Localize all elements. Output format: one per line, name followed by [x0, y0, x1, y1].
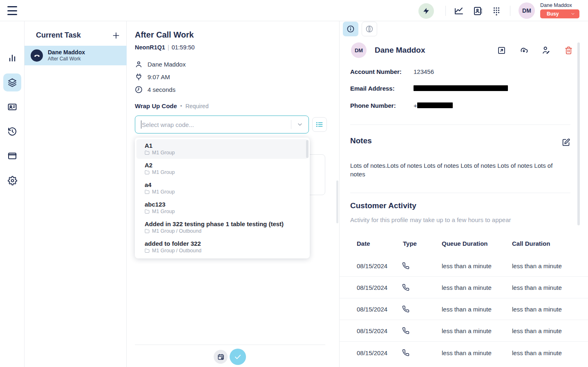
open-contact-button[interactable]: [497, 46, 506, 55]
footer-divider: [135, 345, 325, 345]
customer-activity-subtitle: Activity for this profile may take up to…: [350, 216, 511, 223]
notes-title: Notes: [350, 136, 372, 145]
dialpad-button[interactable]: [491, 6, 502, 16]
person-icon: [135, 60, 143, 68]
wrap-code-option[interactable]: a4 M1 Group: [136, 178, 308, 198]
bar-chart-icon: [8, 53, 17, 62]
layers-icon: [7, 78, 17, 87]
tab-contact-info[interactable]: [343, 22, 358, 36]
avatar-initials: DM: [355, 47, 363, 53]
dropdown-scrollbar[interactable]: [306, 140, 309, 158]
top-bar: DM Dane Maddox Busy: [0, 0, 588, 21]
column-header: Date: [357, 240, 370, 247]
delete-contact-button[interactable]: [564, 46, 573, 55]
task-detail-panel: After Call Work NeonR1Q1|01:59:50 Dane M…: [127, 21, 339, 367]
task-panel: Current Task Dane Maddox After Call Work: [25, 21, 127, 367]
info-icon: [347, 25, 355, 33]
wrap-up-code-label: Wrap Up Code: [135, 102, 177, 109]
status-label: Busy: [547, 11, 559, 17]
split-circle-icon: [365, 25, 373, 33]
plug-icon: [135, 73, 143, 81]
required-dot: •: [180, 103, 182, 109]
wrap-code-option[interactable]: Added in 322 testing phase 1 table testi…: [136, 218, 308, 237]
chevron-down-icon: [297, 121, 303, 128]
contacts-directory-button[interactable]: [472, 6, 483, 16]
wrap-code-list-button[interactable]: [312, 117, 327, 132]
rail-contacts-button[interactable]: [3, 98, 21, 116]
clock-icon: [135, 86, 143, 93]
table-row[interactable]: 08/15/2024 less than a minute less than …: [340, 320, 588, 342]
task-list-item[interactable]: Dane Maddox After Call Work: [25, 46, 127, 65]
wrap-code-option[interactable]: A2 M1 Group: [136, 159, 308, 178]
page-title: After Call Work: [135, 30, 194, 40]
rail-dashboard-button[interactable]: [3, 49, 21, 67]
phone-prefix: +: [414, 102, 417, 109]
calendar-clock-icon: [217, 354, 224, 360]
text-caret: [141, 120, 141, 129]
contact-panel: DM Dane Maddox Account Number: 123456 Em…: [339, 21, 588, 367]
stats-button[interactable]: [454, 6, 464, 16]
call-type-icon: [402, 327, 409, 334]
wrap-code-option[interactable]: abc123 M1 Group: [136, 198, 308, 218]
add-task-button[interactable]: [112, 31, 120, 40]
download-contact-button[interactable]: [519, 46, 528, 55]
required-label: Required: [186, 103, 209, 109]
folder-icon: [145, 229, 150, 234]
redacted-phone: [417, 102, 453, 108]
wrap-code-dropdown: A1 M1 Group A2 M1 Group a4 M1 Group abc1…: [135, 138, 310, 258]
line-chart-icon: [454, 6, 464, 16]
meta-agent: Dane Maddox: [135, 60, 186, 69]
rail-browser-button[interactable]: [3, 147, 21, 165]
table-row[interactable]: 08/15/2024 less than a minute less than …: [340, 277, 588, 298]
edit-notes-button[interactable]: [562, 138, 570, 147]
redacted-email: [414, 85, 508, 91]
contact-panel-scrollbar[interactable]: [577, 42, 580, 225]
dialpad-icon: [492, 7, 501, 16]
column-header: Queue Duration: [442, 240, 488, 247]
complete-task-button[interactable]: [230, 349, 246, 365]
wrap-code-option[interactable]: A1 M1 Group: [136, 139, 308, 159]
trash-icon: [564, 46, 573, 55]
wrap-code-input[interactable]: [142, 121, 291, 128]
person-edit-icon: [542, 46, 551, 55]
main-panel-scrollbar[interactable]: [336, 180, 338, 223]
select-chevron[interactable]: [291, 121, 309, 128]
lightning-icon: [423, 7, 430, 15]
wrap-code-option[interactable]: added to folder 322 M1 Group / Outbound: [136, 237, 308, 257]
rail-history-button[interactable]: [3, 122, 21, 140]
column-header: Type: [403, 240, 417, 247]
folder-icon: [145, 150, 150, 155]
chevron-down-icon: [570, 11, 575, 16]
meta-connected-time: 9:07 AM: [135, 72, 186, 81]
schedule-callback-button[interactable]: [214, 350, 228, 364]
external-link-icon: [497, 46, 506, 55]
edit-contact-button[interactable]: [542, 46, 551, 55]
rail-tasks-button[interactable]: [3, 73, 21, 91]
cloud-download-icon: [519, 46, 528, 55]
browser-window-icon: [7, 151, 17, 161]
status-dropdown[interactable]: Busy: [540, 9, 579, 18]
history-icon: [7, 127, 17, 136]
call-type-icon: [402, 262, 409, 269]
timer: 01:59:50: [172, 44, 195, 51]
user-avatar[interactable]: DM: [519, 2, 535, 19]
quick-actions-button[interactable]: [418, 3, 434, 19]
topbar-divider: [510, 6, 510, 16]
phone-row: Phone Number: +: [350, 101, 453, 109]
section-divider: [350, 125, 570, 125]
tab-insights[interactable]: [362, 22, 377, 36]
wrap-code-select[interactable]: [135, 116, 309, 133]
gear-icon: [8, 176, 17, 185]
folder-icon: [145, 170, 150, 175]
hamburger-menu-button[interactable]: [7, 6, 18, 15]
task-subtitle: After Call Work: [48, 56, 85, 62]
list-icon: [316, 121, 323, 128]
table-row[interactable]: 08/15/2024 less than a minute less than …: [340, 255, 588, 277]
rail-settings-button[interactable]: [3, 171, 21, 189]
separator: |: [168, 44, 169, 51]
topbar-divider: [445, 6, 446, 16]
table-row[interactable]: 08/15/2024 less than a minute less than …: [340, 298, 588, 320]
account-number-value: 123456: [414, 68, 434, 75]
section-divider: [350, 193, 570, 193]
table-row[interactable]: 08/15/2024 less than a minute less than …: [340, 342, 588, 363]
